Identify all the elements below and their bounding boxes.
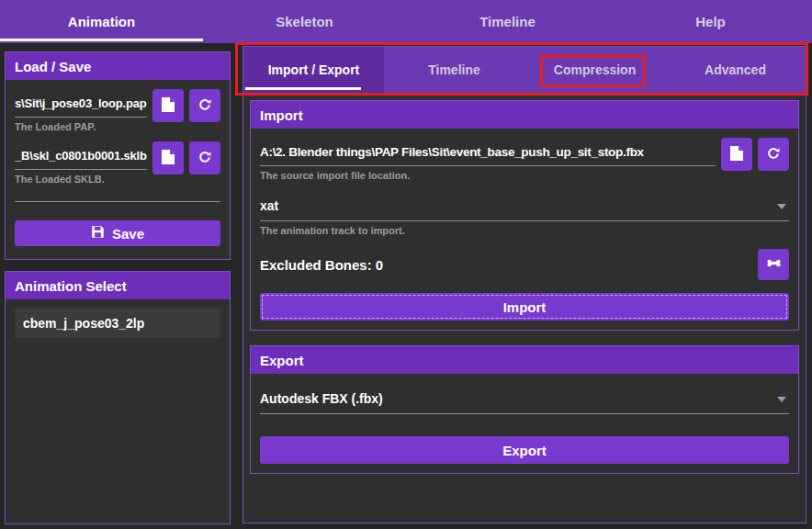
tab-label: Compression <box>554 62 636 77</box>
save-icon <box>91 225 105 242</box>
save-button[interactable]: Save <box>15 220 220 246</box>
sklb-path-caption: The Loaded SKLB. <box>15 170 147 185</box>
pap-browse-button[interactable] <box>152 89 184 122</box>
animation-select-header: Animation Select <box>6 272 230 299</box>
chevron-down-icon <box>777 397 786 402</box>
refresh-icon <box>197 97 212 115</box>
export-button-label: Export <box>502 443 547 458</box>
import-button-label: Import <box>503 299 547 315</box>
export-group: Export Autodesk FBX (.fbx) Export <box>250 345 799 474</box>
file-icon <box>730 146 743 163</box>
pap-path-input[interactable]: s\Sit\j_pose03_loop.pap <box>15 89 147 118</box>
nav-tab-label: Skeleton <box>276 14 333 29</box>
export-format-select[interactable]: Autodesk FBX (.fbx) <box>260 385 789 414</box>
nav-tab-label: Animation <box>68 14 135 29</box>
import-group-header: Import <box>251 101 798 129</box>
export-group-title: Export <box>260 353 304 368</box>
main-tabstrip: Import / Export Timeline Compression Adv… <box>243 47 806 93</box>
load-save-header: Load / Save <box>6 52 230 80</box>
tab-label: Timeline <box>428 62 480 77</box>
nav-tab-label: Help <box>695 14 726 29</box>
load-save-title: Load / Save <box>15 59 91 74</box>
animation-list-item-label: cbem_j_pose03_2lp <box>23 316 144 331</box>
animation-select-title: Animation Select <box>15 278 127 294</box>
export-group-header: Export <box>251 346 798 374</box>
file-icon <box>162 97 175 115</box>
import-file-browse-button[interactable] <box>721 138 752 171</box>
chevron-down-icon <box>777 204 786 209</box>
tab-label: Advanced <box>705 62 766 77</box>
main-panel: Import / Export Timeline Compression Adv… <box>242 46 806 523</box>
tab-advanced[interactable]: Advanced <box>665 47 806 93</box>
nav-tab-skeleton[interactable]: Skeleton <box>203 0 406 43</box>
bone-icon <box>766 255 782 274</box>
file-icon <box>162 150 175 167</box>
export-format-value: Autodesk FBX (.fbx) <box>260 391 383 406</box>
tab-compression[interactable]: Compression <box>524 47 665 93</box>
top-navbar: Animation Skeleton Timeline Help <box>0 0 812 43</box>
animation-select-panel: Animation Select cbem_j_pose03_2lp <box>5 271 231 524</box>
refresh-icon <box>197 150 212 167</box>
import-group-title: Import <box>260 107 303 123</box>
track-select[interactable]: xat <box>260 192 789 221</box>
animation-list-item[interactable]: cbem_j_pose03_2lp <box>15 309 220 338</box>
nav-tab-help[interactable]: Help <box>609 0 812 43</box>
sklb-browse-button[interactable] <box>152 141 184 174</box>
nav-tab-label: Timeline <box>479 14 536 29</box>
sklb-path-input[interactable]: _B\skl_c0801b0001.sklb <box>15 141 147 170</box>
empty-field-divider <box>15 201 220 202</box>
tab-import-export[interactable]: Import / Export <box>243 47 384 93</box>
sklb-reload-button[interactable] <box>189 141 220 174</box>
import-file-input[interactable]: A:\2. Blender things\PAP Files\Sit\event… <box>260 138 716 166</box>
import-group: Import A:\2. Blender things\PAP Files\Si… <box>250 100 799 331</box>
nav-tab-animation[interactable]: Animation <box>0 0 203 43</box>
excluded-bones-button[interactable] <box>758 249 789 280</box>
tab-timeline[interactable]: Timeline <box>384 47 524 93</box>
export-button[interactable]: Export <box>260 436 789 464</box>
import-file-caption: The source import file location. <box>260 166 716 181</box>
excluded-bones-label: Excluded Bones: 0 <box>260 257 383 273</box>
nav-tab-timeline[interactable]: Timeline <box>406 0 609 43</box>
track-select-value: xat <box>260 198 278 213</box>
save-button-label: Save <box>112 226 144 242</box>
load-save-panel: Load / Save s\Sit\j_pose03_loop.pap The … <box>5 51 231 260</box>
pap-path-caption: The Loaded PAP. <box>15 118 147 132</box>
import-button[interactable]: Import <box>260 293 789 321</box>
track-select-caption: The animation track to import. <box>260 221 789 236</box>
tab-label: Import / Export <box>268 62 360 77</box>
refresh-icon <box>766 146 781 163</box>
import-file-reload-button[interactable] <box>758 138 789 171</box>
pap-reload-button[interactable] <box>189 89 220 122</box>
